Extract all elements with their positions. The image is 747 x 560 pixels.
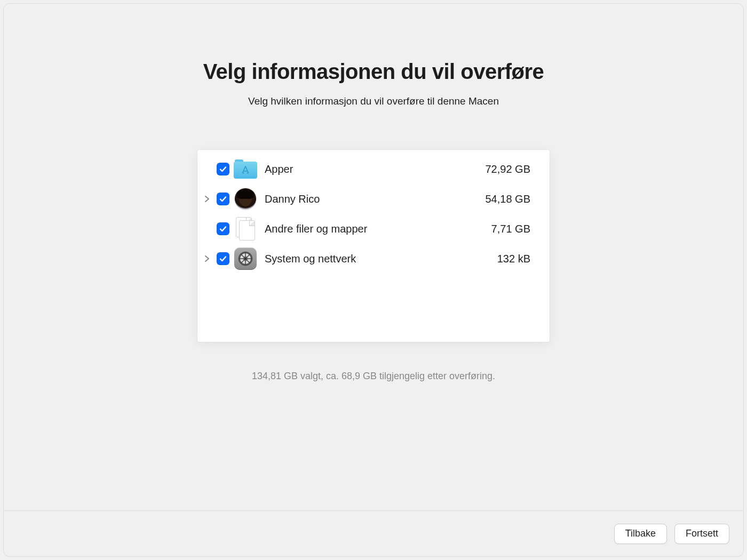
files-icon <box>234 217 257 241</box>
content-area: Velg informasjonen du vil overføre Velg … <box>4 4 743 510</box>
item-label: Andre filer og mapper <box>265 223 491 235</box>
list-item-system[interactable]: System og nettverk 132 kB <box>197 244 550 274</box>
continue-button[interactable]: Fortsett <box>674 524 729 544</box>
back-button[interactable]: Tilbake <box>614 524 667 544</box>
footer-bar: Tilbake Fortsett <box>4 510 743 556</box>
item-size: 7,71 GB <box>491 223 530 235</box>
item-label: Danny Rico <box>265 193 485 205</box>
checkbox-other-files[interactable] <box>217 222 229 235</box>
item-label: System og nettverk <box>265 253 497 265</box>
chevron-right-icon <box>204 195 210 203</box>
checkbox-system[interactable] <box>217 252 229 265</box>
svg-point-1 <box>247 172 248 173</box>
list-item-apps[interactable]: Apper 72,92 GB <box>197 154 550 184</box>
apps-folder-icon <box>234 157 257 181</box>
list-item-other-files[interactable]: Andre filer og mapper 7,71 GB <box>197 214 550 244</box>
gear-icon <box>234 247 257 270</box>
migration-assistant-window: Velg informasjonen du vil overføre Velg … <box>3 3 744 557</box>
item-size: 132 kB <box>497 253 530 265</box>
check-icon <box>219 195 227 203</box>
app-a-icon <box>240 164 251 176</box>
status-text: 134,81 GB valgt, ca. 68,9 GB tilgjengeli… <box>252 371 495 382</box>
page-subtitle: Velg hvilken informasjon du vil overføre… <box>248 95 499 107</box>
item-size: 54,18 GB <box>485 193 530 205</box>
expand-toggle-user[interactable] <box>197 195 217 203</box>
list-item-user[interactable]: Danny Rico 54,18 GB <box>197 184 550 214</box>
checkbox-user[interactable] <box>217 193 229 205</box>
avatar-icon <box>234 187 257 211</box>
check-icon <box>219 225 227 233</box>
expand-toggle-system[interactable] <box>197 255 217 262</box>
page-title: Velg informasjonen du vil overføre <box>203 60 544 84</box>
check-icon <box>219 165 227 173</box>
transfer-items-list: Apper 72,92 GB <box>197 150 550 342</box>
check-icon <box>219 254 227 263</box>
svg-point-9 <box>244 258 247 260</box>
chevron-right-icon <box>204 255 210 262</box>
item-label: Apper <box>265 163 485 175</box>
svg-point-0 <box>243 172 244 173</box>
checkbox-apps[interactable] <box>217 163 229 175</box>
item-size: 72,92 GB <box>485 163 530 175</box>
